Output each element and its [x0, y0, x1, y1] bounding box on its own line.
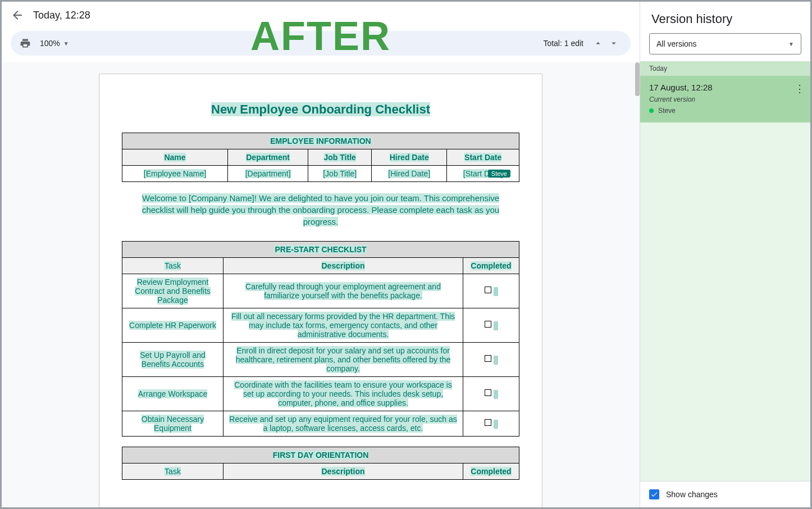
version-item[interactable]: ⋮ 17 August, 12:28 Current version Steve	[640, 76, 810, 122]
sidebar-title: Version history	[640, 2, 810, 33]
checkbox-icon	[485, 287, 491, 293]
document-page: Steve New Employee Onboarding Checklist …	[99, 74, 542, 507]
editor-tag: Steve	[488, 170, 510, 178]
version-group-label: Today	[640, 61, 810, 76]
edit-total-label: Total: 1 edit	[543, 39, 583, 48]
show-changes-label: Show changes	[666, 490, 718, 499]
toolbar: AFTER 100% ▼ Total: 1 edit	[11, 31, 631, 56]
version-date: 17 August, 12:28	[649, 83, 801, 92]
zoom-dropdown[interactable]: 100% ▼	[40, 39, 69, 48]
document-scroll[interactable]: Steve New Employee Onboarding Checklist …	[2, 62, 640, 507]
checkbox-icon	[485, 321, 491, 328]
version-history-sidebar: Version history All versions ▼ Today ⋮ 1…	[640, 2, 810, 507]
chevron-down-icon: ▼	[63, 40, 69, 47]
show-changes-checkbox[interactable]	[649, 489, 659, 499]
table-row: Set Up Payroll and Benefits Accounts Enr…	[122, 343, 519, 377]
prev-edit-button[interactable]	[590, 35, 606, 51]
table-row: Obtain Necessary Equipment Receive and s…	[122, 411, 519, 437]
pre-start-table: PRE-START CHECKLIST Task Description Com…	[122, 241, 519, 437]
checkbox-icon	[485, 355, 491, 362]
emp-info-section: EMPLOYEE INFORMATION	[270, 137, 371, 146]
document-title: New Employee Onboarding Checklist	[122, 102, 519, 117]
version-filter-value: All versions	[656, 39, 697, 48]
next-edit-button[interactable]	[606, 35, 622, 51]
more-options-icon[interactable]: ⋮	[795, 83, 805, 95]
page-title: Today, 12:28	[33, 10, 90, 21]
zoom-value: 100%	[40, 39, 60, 48]
checkbox-icon	[485, 419, 491, 426]
print-icon[interactable]	[20, 38, 31, 49]
version-subtitle: Current version	[649, 96, 801, 103]
version-author: Steve	[649, 107, 801, 115]
scrollbar-thumb[interactable]	[635, 62, 640, 96]
back-arrow-icon[interactable]	[11, 8, 24, 22]
sidebar-footer: Show changes	[640, 481, 810, 507]
table-row: Review Employment Contract and Benefits …	[122, 274, 519, 308]
employee-info-table: EMPLOYEE INFORMATION Name Department Job…	[122, 133, 519, 182]
checkbox-icon	[485, 389, 491, 396]
top-bar: Today, 12:28	[2, 2, 640, 29]
chevron-down-icon: ▼	[788, 41, 794, 47]
version-list-empty	[640, 122, 810, 481]
table-row: Arrange Workspace Coordinate with the fa…	[122, 377, 519, 411]
author-color-dot	[649, 108, 654, 113]
first-day-table: FIRST DAY ORIENTATION Task Description C…	[122, 447, 519, 480]
table-row: Complete HR Paperwork Fill out all neces…	[122, 308, 519, 343]
version-filter-dropdown[interactable]: All versions ▼	[649, 33, 801, 54]
main-pane: Today, 12:28 AFTER 100% ▼ Total: 1 edit …	[2, 2, 640, 507]
intro-paragraph: Welcome to [Company Name]! We are deligh…	[133, 192, 508, 228]
